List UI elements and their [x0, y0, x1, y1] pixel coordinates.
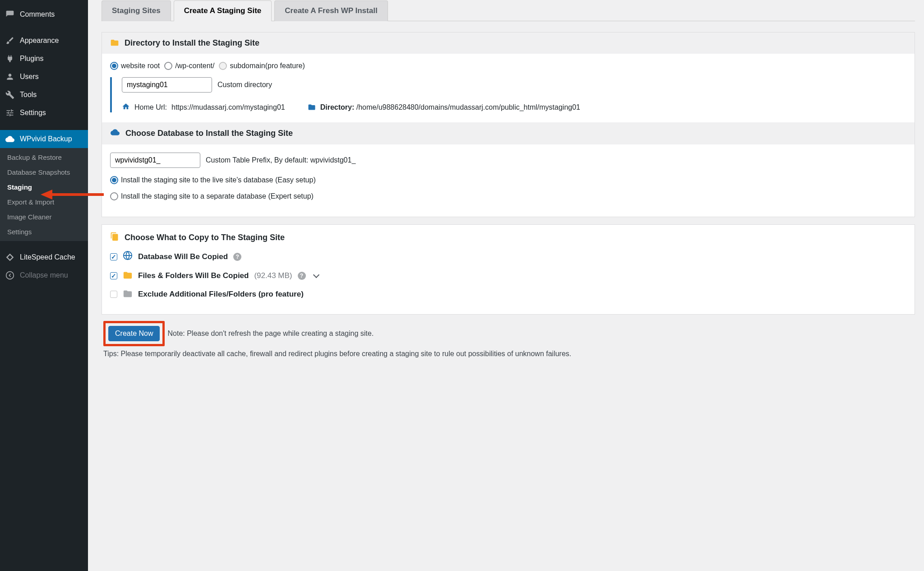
cloud-icon [5, 135, 14, 144]
tips-text: Tips: Please temporarily deactivate all … [103, 346, 913, 358]
radio-wp-content[interactable]: /wp-content/ [164, 62, 214, 70]
home-url-value: https://mudassarj.com/mystaging01 [171, 103, 285, 111]
copy-database-row[interactable]: ✓ Database Will Be Copied ? [110, 251, 906, 263]
sidebar-item-comments[interactable]: Comments [0, 5, 88, 23]
folder-open-icon [123, 270, 133, 281]
table-prefix-label: Custom Table Prefix, By default: wpvivid… [206, 156, 356, 164]
sidebar-item-litespeed[interactable]: LiteSpeed Cache [0, 248, 88, 266]
submenu-db-snapshots[interactable]: Database Snapshots [0, 165, 88, 180]
panel-copy-options: Choose What to Copy to The Staging Site … [102, 224, 915, 315]
sliders-icon [5, 108, 14, 117]
plug-icon [5, 54, 14, 63]
files-size: (92.43 MB) [254, 271, 292, 280]
create-now-button[interactable]: Create Now [108, 326, 160, 341]
section-copy-header: Choose What to Copy to The Staging Site [110, 232, 906, 243]
tab-fresh-install[interactable]: Create A Fresh WP Install [274, 0, 388, 21]
sidebar-label: WPvivid Backup [20, 135, 72, 143]
folder-icon [110, 38, 119, 48]
sidebar-label: Appearance [20, 37, 59, 45]
directory-value: /home/u988628480/domains/mudassarj.com/p… [356, 103, 580, 111]
folder-icon [123, 288, 133, 300]
tab-create-staging[interactable]: Create A Staging Site [174, 0, 272, 21]
sidebar-item-appearance[interactable]: Appearance [0, 32, 88, 50]
radio-website-root[interactable]: website root [110, 62, 160, 70]
tabs-nav: Staging Sites Create A Staging Site Crea… [102, 0, 915, 21]
help-icon[interactable]: ? [298, 272, 306, 280]
radio-label: website root [121, 62, 160, 70]
copy-files-row[interactable]: ✓ Files & Folders Will Be Copied (92.43 … [110, 270, 906, 281]
main-content: Staging Sites Create A Staging Site Crea… [88, 0, 924, 571]
sidebar-collapse[interactable]: Collapse menu [0, 266, 88, 284]
submenu-settings[interactable]: Settings [0, 224, 88, 239]
note-text: Note: Please don't refresh the page whil… [167, 330, 374, 338]
home-url-label: Home Url: [134, 103, 167, 111]
sidebar-item-settings[interactable]: Settings [0, 104, 88, 122]
wrench-icon [5, 90, 14, 99]
footer-area: Create Now Note: Please don't refresh th… [102, 315, 915, 364]
copy-label: Files & Folders Will Be Copied [138, 271, 249, 280]
submenu-backup-restore[interactable]: Backup & Restore [0, 150, 88, 165]
radio-label: subdomain(pro feature) [230, 62, 305, 70]
sidebar-label: LiteSpeed Cache [20, 253, 75, 261]
section-title: Choose Database to Install the Staging S… [125, 129, 293, 138]
checkbox-icon: ✓ [110, 253, 117, 260]
user-icon [5, 72, 14, 81]
section-title: Directory to Install the Staging Site [125, 38, 259, 48]
sidebar-item-users[interactable]: Users [0, 68, 88, 86]
folder-icon [308, 103, 316, 112]
sidebar-item-tools[interactable]: Tools [0, 86, 88, 104]
submenu-export-import[interactable]: Export & Import [0, 195, 88, 209]
sidebar-label: Tools [20, 91, 37, 99]
annotation-highlight: Create Now [103, 321, 165, 346]
sidebar-label: Plugins [20, 55, 43, 63]
cloud-icon [110, 128, 120, 139]
radio-subdomain[interactable]: subdomain(pro feature) [219, 62, 305, 70]
radio-label: Install the staging site to the live sit… [121, 176, 316, 184]
help-icon[interactable]: ? [233, 253, 241, 261]
sidebar-item-wpvivid[interactable]: WPvivid Backup [0, 130, 88, 148]
install-location-radio-group: website root /wp-content/ subdomain(pro … [110, 62, 906, 70]
checkbox-icon: ✓ [110, 272, 117, 279]
svg-point-0 [6, 272, 14, 279]
panel-staging-config: Directory to Install the Staging Site we… [102, 32, 915, 217]
sidebar-label: Collapse menu [20, 271, 68, 279]
sidebar-item-plugins[interactable]: Plugins [0, 50, 88, 68]
radio-db-expert[interactable]: Install the staging site to a separate d… [110, 192, 314, 200]
home-icon [122, 102, 130, 112]
comment-icon [5, 10, 14, 19]
copy-icon [110, 232, 119, 243]
chevron-down-icon[interactable] [313, 271, 319, 278]
custom-directory-label: Custom directory [217, 81, 272, 89]
section-title: Choose What to Copy to The Staging Site [125, 233, 285, 242]
copy-label: Database Will Be Copied [138, 252, 228, 261]
copy-exclude-row[interactable]: ✓ Exclude Additional Files/Folders (pro … [110, 288, 906, 300]
wpvivid-submenu: Backup & Restore Database Snapshots Stag… [0, 148, 88, 241]
brush-icon [5, 36, 14, 45]
litespeed-icon [5, 253, 14, 262]
tab-staging-sites[interactable]: Staging Sites [102, 0, 171, 21]
table-prefix-input[interactable] [110, 153, 200, 168]
sidebar-label: Comments [20, 10, 55, 19]
globe-icon [123, 251, 133, 263]
admin-sidebar: Comments Appearance Plugins Users Tools … [0, 0, 88, 571]
submenu-image-cleaner[interactable]: Image Cleaner [0, 209, 88, 224]
submenu-staging[interactable]: Staging [0, 180, 88, 195]
section-database-header: Choose Database to Install the Staging S… [102, 122, 915, 144]
checkbox-icon: ✓ [110, 291, 117, 298]
copy-label: Exclude Additional Files/Folders (pro fe… [138, 290, 304, 299]
radio-label: Install the staging site to a separate d… [121, 192, 314, 200]
sidebar-label: Users [20, 73, 39, 81]
sidebar-label: Settings [20, 109, 46, 117]
custom-directory-input[interactable] [122, 77, 212, 93]
radio-label: /wp-content/ [175, 62, 214, 70]
section-directory-header: Directory to Install the Staging Site [102, 32, 915, 54]
directory-label: Directory: [320, 103, 355, 111]
collapse-icon [5, 271, 14, 280]
radio-db-easy[interactable]: Install the staging site to the live sit… [110, 176, 316, 184]
